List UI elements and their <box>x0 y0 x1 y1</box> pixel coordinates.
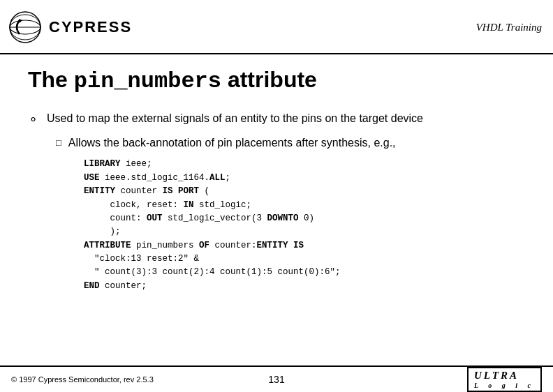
code-line-4: clock, reset: IN std_logic; <box>84 199 525 212</box>
code-line-3: ENTITY counter IS PORT ( <box>84 185 525 198</box>
main-content: The pin_numbers attribute ⚬ Used to map … <box>0 54 553 300</box>
code-line-7: ATTRIBUTE pin_numbers OF counter:ENTITY … <box>84 239 525 252</box>
logo-area: CYPRESS <box>7 9 132 45</box>
bullet-1-text: Used to map the external signals of an e… <box>47 111 423 126</box>
title-pre: The <box>28 67 74 92</box>
bullet-2-text: Allows the back-annotation of pin placem… <box>68 135 396 151</box>
title-mono: pin_numbers <box>74 68 221 94</box>
circle-bullet-icon: ⚬ <box>28 112 38 127</box>
footer-copyright: © 1997 Cypress Semiconductor, rev 2.5.3 <box>11 375 154 384</box>
code-line-5: count: OUT std_logic_vector(3 DOWNTO 0) <box>84 212 525 225</box>
footer: © 1997 Cypress Semiconductor, rev 2.5.3 … <box>0 365 553 392</box>
header: CYPRESS VHDL Training <box>0 0 553 54</box>
ultra-text: ULTRA <box>474 370 535 382</box>
code-line-10: END counter; <box>84 280 525 293</box>
code-line-9: " count(3):3 count(2):4 count(1):5 count… <box>84 266 525 279</box>
code-line-8: "clock:13 reset:2" & <box>84 252 525 266</box>
logo-text: CYPRESS <box>49 18 132 36</box>
cypress-logo-icon <box>7 9 43 45</box>
bullet-2: □ Allows the back-annotation of pin plac… <box>56 135 525 151</box>
footer-page-number: 131 <box>268 374 284 385</box>
slide-title: The pin_numbers attribute <box>28 67 525 94</box>
logic-text: L o g i c <box>474 382 535 389</box>
footer-logo: ULTRA L o g i c <box>467 367 542 392</box>
code-line-6: ); <box>84 225 525 239</box>
svg-marker-4 <box>19 19 22 23</box>
square-bullet-icon: □ <box>56 137 61 148</box>
header-title: VHDL Training <box>476 22 542 33</box>
title-post: attribute <box>221 67 317 92</box>
code-block: LIBRARY ieee; USE ieee.std_logic_1164.AL… <box>84 158 525 293</box>
code-line-2: USE ieee.std_logic_1164.ALL; <box>84 172 525 185</box>
ultra-logic-logo: ULTRA L o g i c <box>467 367 542 392</box>
bullet-1: ⚬ Used to map the external signals of an… <box>28 111 525 127</box>
code-line-1: LIBRARY ieee; <box>84 158 525 171</box>
